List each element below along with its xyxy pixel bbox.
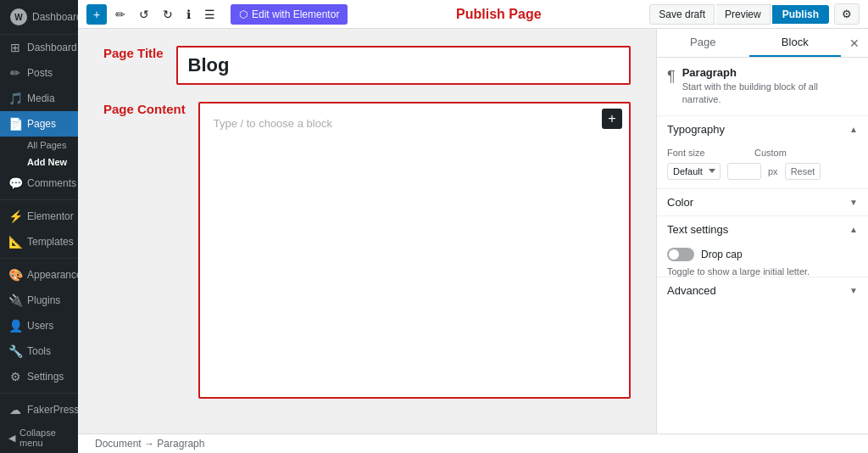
- custom-size-input[interactable]: [727, 163, 761, 180]
- rs-font-size-controls: Default px Reset: [667, 163, 858, 180]
- color-label: Color: [667, 196, 693, 209]
- page-title-input[interactable]: [176, 46, 631, 85]
- collapse-label: Collapse menu: [19, 428, 70, 448]
- wordpress-icon: W: [10, 8, 27, 25]
- rs-advanced-section: Advanced ▼: [657, 277, 868, 304]
- page-editor: Page Title Page Content Type / to choose…: [78, 29, 656, 433]
- right-sidebar-close-button[interactable]: ✕: [841, 30, 868, 57]
- custom-label: Custom: [754, 148, 801, 158]
- rs-typography-title[interactable]: Typography ▲: [667, 116, 858, 143]
- toolbar-right: Save draft Preview Publish ⚙: [649, 3, 860, 25]
- posts-text: Posts: [27, 67, 53, 79]
- fakerpress-text: FakerPress: [27, 404, 78, 416]
- rs-drop-cap-row: Drop cap: [667, 248, 858, 261]
- edit-elementor-label: Edit with Elementor: [252, 8, 339, 20]
- rs-color-section: Color ▼: [657, 189, 868, 216]
- sidebar-item-comments[interactable]: 💬 Comments: [0, 171, 78, 196]
- plugins-icon: 🔌: [8, 294, 22, 307]
- drop-cap-desc: Toggle to show a large initial letter.: [667, 266, 858, 277]
- media-icon: 🎵: [8, 92, 22, 105]
- templates-icon: 📐: [8, 235, 22, 249]
- add-block-button[interactable]: +: [86, 4, 107, 25]
- redo-button[interactable]: ↻: [158, 4, 178, 25]
- toolbar-settings-button[interactable]: ⚙: [834, 3, 860, 25]
- fakerpress-icon: ☁: [8, 403, 22, 417]
- templates-text: Templates: [27, 236, 74, 248]
- sidebar-subitem-all-pages[interactable]: All Pages: [19, 137, 78, 154]
- sidebar-item-dashboard[interactable]: ⊞ Dashboard: [0, 35, 78, 60]
- editor-area: Page Title Page Content Type / to choose…: [78, 29, 868, 433]
- sidebar-divider-1: [0, 199, 78, 200]
- drop-cap-toggle[interactable]: [667, 248, 694, 261]
- sidebar-logo[interactable]: W Dashboard: [0, 0, 78, 35]
- sidebar-subitem-add-new[interactable]: Add New: [19, 154, 78, 171]
- dashboard-icon: ⊞: [8, 41, 22, 54]
- rs-block-desc: Start with the building block of all nar…: [682, 81, 858, 107]
- rs-color-title[interactable]: Color ▼: [667, 189, 858, 215]
- px-unit: px: [768, 166, 778, 176]
- info-button[interactable]: ℹ: [181, 4, 196, 25]
- page-content-label: Page Content: [103, 102, 186, 116]
- text-settings-label: Text settings: [667, 223, 728, 236]
- dashboard-text: Dashboard: [27, 42, 77, 53]
- top-toolbar: + ✏ ↺ ↻ ℹ ☰ ⬡ Edit with Elementor Publis…: [78, 0, 868, 29]
- sidebar-item-fakerpress[interactable]: ☁ FakerPress: [0, 397, 78, 422]
- dashboard-label: Dashboard: [32, 11, 78, 23]
- elementor-btn-icon: ⬡: [239, 8, 248, 20]
- rs-typography-section: Typography ▲ Font size Custom Default px…: [657, 116, 868, 189]
- sidebar: W Dashboard ⊞ Dashboard ✏ Posts 🎵 Media …: [0, 0, 78, 453]
- collapse-menu[interactable]: ◀ Collapse menu: [0, 422, 78, 453]
- edit-pencil-button[interactable]: ✏: [110, 4, 131, 25]
- save-draft-button[interactable]: Save draft: [649, 4, 715, 25]
- sidebar-item-posts[interactable]: ✏ Posts: [0, 60, 78, 86]
- main-area: + ✏ ↺ ↻ ℹ ☰ ⬡ Edit with Elementor Publis…: [78, 0, 868, 453]
- tab-block[interactable]: Block: [749, 29, 842, 57]
- preview-button[interactable]: Preview: [716, 4, 771, 25]
- sidebar-item-elementor[interactable]: ⚡ Elementor: [0, 204, 78, 229]
- appearance-text: Appearance: [27, 269, 78, 281]
- list-view-button[interactable]: ☰: [199, 4, 220, 25]
- drop-cap-label: Drop cap: [701, 249, 743, 260]
- sidebar-item-media[interactable]: 🎵 Media: [0, 86, 78, 111]
- reset-font-size-button[interactable]: Reset: [785, 163, 821, 180]
- sidebar-item-appearance[interactable]: 🎨 Appearance: [0, 262, 78, 288]
- sidebar-item-pages[interactable]: 📄 Pages: [0, 111, 78, 137]
- typography-label: Typography: [667, 123, 725, 136]
- rs-block-info-section: ¶ Paragraph Start with the building bloc…: [657, 58, 868, 116]
- media-text: Media: [27, 92, 55, 104]
- publish-button[interactable]: Publish: [772, 5, 829, 24]
- page-content-area[interactable]: Type / to choose a block +: [198, 102, 631, 399]
- toolbar-center: Publish Page: [348, 7, 649, 22]
- rs-block-text: Paragraph Start with the building block …: [682, 66, 858, 107]
- tools-text: Tools: [27, 345, 51, 357]
- appearance-icon: 🎨: [8, 268, 22, 282]
- rs-advanced-title[interactable]: Advanced ▼: [667, 277, 858, 304]
- content-placeholder: Type / to choose a block: [203, 110, 342, 137]
- bottom-bar: Document → Paragraph: [78, 433, 868, 453]
- pages-subitems: All Pages Add New: [0, 137, 78, 171]
- sidebar-item-settings[interactable]: ⚙ Settings: [0, 364, 78, 389]
- toolbar-left: + ✏ ↺ ↻ ℹ ☰ ⬡ Edit with Elementor: [86, 4, 348, 25]
- sidebar-item-users[interactable]: 👤 Users: [0, 313, 78, 338]
- page-content-wrapper: Page Content Type / to choose a block +: [103, 102, 631, 399]
- advanced-chevron-icon: ▼: [849, 286, 858, 295]
- font-size-select[interactable]: Default: [667, 163, 721, 180]
- font-size-label: Font size: [667, 148, 714, 158]
- tools-icon: 🔧: [8, 344, 22, 358]
- page-title-label: Page Title: [103, 46, 164, 60]
- add-block-inline-button[interactable]: +: [602, 109, 622, 129]
- sidebar-divider-2: [0, 258, 78, 259]
- edit-elementor-button[interactable]: ⬡ Edit with Elementor: [231, 4, 348, 25]
- rs-font-size-row: Font size Custom: [667, 148, 858, 158]
- sidebar-item-plugins[interactable]: 🔌 Plugins: [0, 288, 78, 313]
- comments-text: Comments: [27, 177, 76, 189]
- sidebar-item-tools[interactable]: 🔧 Tools: [0, 338, 78, 364]
- paragraph-block-icon: ¶: [667, 68, 676, 86]
- sidebar-item-templates[interactable]: 📐 Templates: [0, 229, 78, 254]
- undo-button[interactable]: ↺: [134, 4, 154, 25]
- users-text: Users: [27, 320, 53, 332]
- users-icon: 👤: [8, 319, 22, 333]
- rs-tabs-header: Page Block ✕: [657, 29, 868, 58]
- tab-page[interactable]: Page: [657, 29, 749, 57]
- rs-text-settings-title[interactable]: Text settings ▲: [667, 216, 858, 243]
